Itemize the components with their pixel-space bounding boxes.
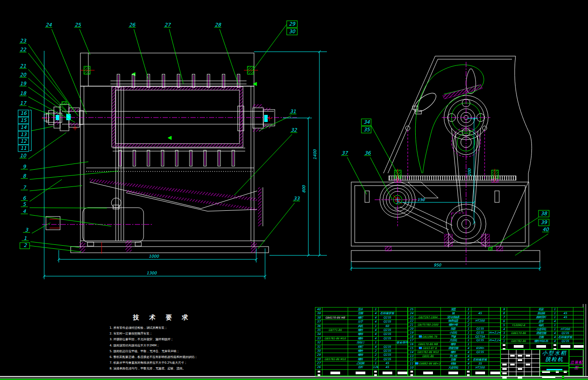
callout-number: 14 bbox=[20, 125, 27, 130]
bom-cell bbox=[489, 335, 501, 339]
product-name-line1: 小型水稻 bbox=[540, 350, 569, 356]
bom-cell: 35 bbox=[315, 328, 322, 332]
bom-row: 10大皮带轮1HT200 bbox=[408, 366, 500, 370]
bom-cell: 轴 bbox=[441, 312, 466, 315]
revision-cell bbox=[509, 368, 517, 372]
bom-cell: 螺栓 bbox=[348, 328, 373, 332]
callout-number: 38 bbox=[541, 211, 547, 217]
bom-cell: 螺母 bbox=[348, 332, 373, 336]
bom-cell: 2 bbox=[466, 323, 471, 327]
tech-req-item: 4. 脱粒滚筒径向跳动应不大于2MM； bbox=[110, 343, 216, 349]
bom-cell: 顶盖 bbox=[441, 308, 466, 312]
bom-cell bbox=[489, 308, 501, 312]
bom-cell: Q235 bbox=[379, 349, 396, 353]
bom-cell bbox=[396, 337, 408, 341]
left-view bbox=[42, 53, 297, 254]
part-callout: 36 bbox=[364, 150, 392, 200]
bom-cell bbox=[489, 350, 501, 354]
dimension-text: 1400 bbox=[313, 149, 317, 160]
callout-number: 7 bbox=[23, 185, 27, 190]
bom-cell: 螺母 bbox=[441, 342, 466, 346]
revision-cell bbox=[516, 372, 524, 376]
bom-cell bbox=[573, 308, 584, 312]
bom-cell: 弹簧垫圈 bbox=[441, 346, 466, 350]
bom-cell: 126 bbox=[373, 365, 379, 369]
bom-header-cell bbox=[415, 370, 441, 376]
dimension: 1300 bbox=[43, 51, 266, 279]
bom-cell: 25 bbox=[408, 308, 415, 312]
bom-row: 12垫圈4石棉橡胶板 bbox=[408, 358, 500, 362]
bom-cell: 15 bbox=[408, 346, 415, 350]
bom-cell: 螺栓 M8 bbox=[441, 323, 466, 327]
bom-cell bbox=[322, 308, 348, 312]
bom-cell: 45 bbox=[471, 312, 489, 315]
bom-cell: 曲柄滑杆 bbox=[530, 315, 552, 319]
bom-cell: 1 bbox=[552, 323, 558, 327]
bom-cell bbox=[471, 342, 489, 346]
dimension-text: 200 bbox=[467, 168, 472, 176]
bom-cell: 振动轴 bbox=[530, 312, 552, 315]
bom-cell bbox=[507, 312, 530, 315]
bom-section: 9机架18振动轴1457曲柄滑杆1456皮带45Y100M2-B电机14小皮带轮… bbox=[501, 307, 584, 350]
bom-cell: GB/T5780-2000 bbox=[415, 323, 441, 327]
bom-cell: 1 bbox=[466, 366, 471, 370]
bom-header-cell bbox=[558, 343, 573, 350]
bom-cell: 4 bbox=[466, 346, 471, 350]
revision-cell bbox=[501, 372, 509, 376]
tech-req-title: 技 术 要 求 bbox=[110, 314, 216, 322]
part-callout: 30 bbox=[287, 28, 297, 35]
tech-req-item: 5. 脱粒机运行应平稳、平衡，无冲击、无异常声响； bbox=[110, 349, 216, 354]
callout-number: 3 bbox=[25, 227, 29, 233]
part-callout: 26 bbox=[129, 22, 148, 80]
bom-cell: Q235 bbox=[379, 316, 396, 320]
bom-cell: 垫圈 bbox=[348, 312, 373, 315]
callout-number: 2 bbox=[24, 243, 27, 248]
bom-cell: 17 bbox=[408, 338, 415, 342]
bom-row: 38GB6170-86 M8螺钉4Q235 bbox=[315, 316, 407, 320]
revision-cell bbox=[516, 363, 524, 368]
bom-cell: 销轴 bbox=[441, 362, 466, 366]
bom-cell: 平键 bbox=[441, 335, 466, 339]
bom-row: 3GB6170-86弹簧垫圈4Q235 bbox=[501, 331, 584, 335]
callout-number: 25 bbox=[75, 22, 81, 28]
bom-cell: 45 bbox=[558, 312, 573, 315]
bom-row: 23GB/T297-1994深沟球轴承2 bbox=[408, 315, 500, 319]
dimension-text: 800 bbox=[302, 185, 306, 193]
bom-header-cell bbox=[373, 370, 379, 376]
revision-cell bbox=[501, 363, 509, 368]
revision-cell bbox=[516, 368, 524, 372]
callout-number: 19 bbox=[20, 81, 27, 87]
bom-row: 34螺母4Q235 bbox=[315, 332, 407, 336]
bom-cell: Q235 bbox=[379, 332, 396, 336]
dimension-text: 950 bbox=[433, 263, 441, 267]
dimension: 1000 bbox=[57, 248, 258, 262]
bom-cell: 4 bbox=[373, 320, 379, 324]
tech-req-item: 3. 焊接部位要牢固，不允许烧穿、漏焊和脱焊； bbox=[110, 337, 216, 342]
bom-cell: 4 bbox=[373, 332, 379, 336]
bom-cell: 螺栓 bbox=[348, 337, 373, 341]
bom-cell bbox=[396, 312, 408, 315]
bom-header-row bbox=[315, 370, 407, 376]
bom-cell: 1 bbox=[552, 308, 558, 312]
bom-cell: 螺栓 M10-35 bbox=[530, 339, 552, 343]
bom-row: 18GB1096-79平键1Q275A bbox=[408, 335, 500, 339]
bom-header-row bbox=[501, 343, 584, 350]
dimension-text: 1000 bbox=[149, 254, 159, 258]
bom-row: 6皮带4 bbox=[501, 319, 584, 323]
bom-cell: 3 bbox=[501, 331, 507, 335]
bom-cell: Q235 bbox=[379, 337, 396, 341]
bom-cell: Q235 bbox=[471, 338, 489, 342]
bom-cell: Q235 bbox=[379, 328, 396, 332]
bom-header-cell bbox=[552, 343, 558, 350]
bom-row: 33GB5782-86 M10螺栓4Q235 bbox=[315, 337, 407, 341]
bom-row: 11GB882-86 B8×20销轴435 bbox=[408, 362, 500, 366]
revision-cell bbox=[509, 350, 517, 354]
revision-grid bbox=[501, 350, 540, 376]
bom-cell bbox=[558, 308, 573, 312]
bom-cell: 螺栓 bbox=[348, 349, 373, 353]
bom-cell bbox=[489, 354, 501, 358]
bom-row: 7曲柄滑杆145 bbox=[501, 315, 584, 319]
bom-cell: 销钉 bbox=[348, 345, 373, 349]
bom-cell: 螺钉 bbox=[348, 316, 373, 320]
bom-cell: GB6170-86 M8 bbox=[322, 316, 348, 320]
